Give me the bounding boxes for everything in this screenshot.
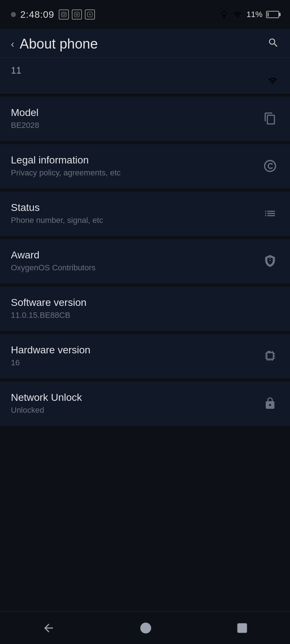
settings-item-subtitle: 11.0.15.BE88CB: [11, 311, 254, 320]
signal-bars-icon: [266, 76, 279, 86]
page-title: About phone: [20, 36, 98, 52]
settings-item-subtitle: BE2028: [11, 121, 254, 130]
recent-nav-button[interactable]: [225, 619, 259, 637]
divider: [0, 93, 290, 97]
settings-item-network-unlock[interactable]: Network Unlock Unlocked: [0, 382, 290, 425]
divider-4: [0, 283, 290, 287]
svg-point-4: [76, 13, 78, 15]
status-icons-group: [59, 9, 95, 20]
settings-item-subtitle: Unlocked: [11, 406, 254, 415]
settings-item-content: Legal information Privacy policy, agreem…: [11, 154, 254, 178]
settings-item-content: Award OxygenOS Contributors: [11, 249, 254, 273]
battery-percentage: 11%: [246, 10, 262, 19]
camera-icon: [72, 9, 82, 20]
settings-item-legal[interactable]: Legal information Privacy policy, agreem…: [0, 144, 290, 188]
status-bar: 2:48:09 11%: [0, 0, 290, 29]
svg-point-7: [141, 623, 151, 633]
bottom-navigation: [0, 611, 290, 644]
settings-item-content: Hardware version 16: [11, 344, 254, 367]
settings-item-hardware[interactable]: Hardware version 16: [0, 334, 290, 378]
divider-6: [0, 378, 290, 382]
alarm-icon: [220, 10, 228, 19]
svg-rect-3: [74, 12, 79, 17]
settings-item-content: Model BE2028: [11, 107, 254, 130]
instagram-icon: [59, 9, 69, 20]
settings-item-title: Award: [11, 249, 254, 261]
home-nav-button[interactable]: [128, 618, 163, 638]
divider-2: [0, 188, 290, 192]
settings-item-award[interactable]: Award OxygenOS Contributors: [0, 239, 290, 283]
settings-item-subtitle: Phone number, signal, etc: [11, 216, 254, 225]
svg-point-1: [62, 13, 65, 16]
network-icon-row: [11, 76, 279, 86]
status-bar-left: 2:48:09: [11, 9, 95, 20]
status-bar-right: 11%: [220, 10, 279, 19]
divider-1: [0, 141, 290, 144]
settings-item-subtitle: OxygenOS Contributors: [11, 263, 254, 273]
lock-icon: [261, 394, 279, 412]
android-version-label: 11: [11, 65, 21, 76]
settings-item-title: Status: [11, 202, 254, 213]
settings-item-title: Network Unlock: [11, 392, 254, 403]
settings-item-subtitle: 16: [11, 358, 254, 367]
settings-item-subtitle: Privacy policy, agreements, etc: [11, 168, 254, 178]
settings-item-model[interactable]: Model BE2028: [0, 97, 290, 141]
header: ‹ About phone: [0, 29, 290, 58]
settings-item-content: Software version 11.0.15.BE88CB: [11, 297, 254, 320]
copy-icon: [261, 109, 279, 128]
header-left: ‹ About phone: [11, 36, 98, 52]
list-icon: [261, 204, 279, 223]
badge-icon: [261, 252, 279, 270]
back-nav-button[interactable]: [31, 618, 66, 638]
settings-item-title: Model: [11, 107, 254, 119]
settings-list: Model BE2028 Legal information Privacy p…: [0, 97, 290, 425]
copyright-icon: [261, 157, 279, 175]
svg-point-6: [89, 14, 91, 15]
chip-icon: [261, 347, 279, 365]
svg-point-2: [65, 13, 65, 13]
settings-item-status[interactable]: Status Phone number, signal, etc: [0, 192, 290, 236]
settings-item-title: Software version: [11, 297, 254, 308]
status-time: 2:48:09: [20, 9, 54, 20]
settings-item-software[interactable]: Software version 11.0.15.BE88CB: [0, 287, 290, 331]
software-icon: [261, 299, 279, 317]
settings-item-title: Hardware version: [11, 344, 254, 356]
divider-3: [0, 236, 290, 239]
wifi-icon: [232, 10, 243, 19]
status-dot-icon: [11, 12, 16, 17]
settings-item-content: Status Phone number, signal, etc: [11, 202, 254, 225]
phone-frame: 2:48:09 11%: [0, 0, 290, 644]
divider-5: [0, 331, 290, 334]
svg-rect-8: [238, 624, 246, 632]
svg-rect-0: [61, 12, 66, 17]
battery-icon: [266, 11, 279, 18]
version-section: 11: [0, 58, 290, 93]
settings-item-title: Legal information: [11, 154, 254, 166]
notification-icon: [85, 9, 95, 20]
settings-item-content: Network Unlock Unlocked: [11, 392, 254, 415]
back-button[interactable]: ‹: [11, 38, 14, 50]
search-button[interactable]: [268, 37, 279, 51]
